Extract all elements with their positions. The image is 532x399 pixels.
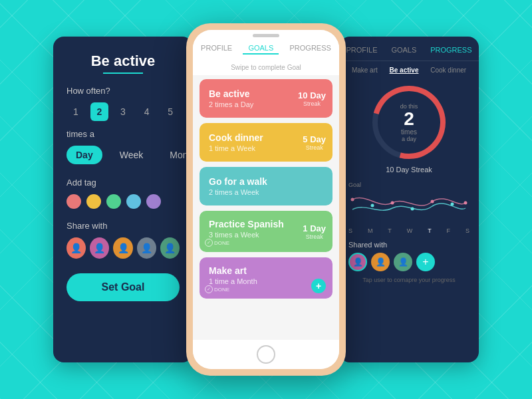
right-tab-profile[interactable]: PROFILE bbox=[346, 46, 377, 54]
add-tag-label: Add tag bbox=[66, 178, 180, 188]
goals-list: Be active 2 times a Day 10 DayStreak Coo… bbox=[193, 75, 339, 340]
tag-blue[interactable] bbox=[126, 194, 141, 209]
streak-label: 10 Day Streak bbox=[339, 163, 479, 179]
tag-red[interactable] bbox=[66, 194, 81, 209]
phone-tab-profile[interactable]: PROFILE bbox=[196, 43, 237, 55]
frequency-numbers: 1 2 3 4 5 bbox=[66, 102, 180, 121]
goal-streak-2: 5 DayStreak bbox=[303, 134, 326, 151]
right-tab-progress[interactable]: PROGRESS bbox=[430, 46, 471, 54]
done-badge-5: ✓ DONE bbox=[205, 285, 229, 293]
freq-3[interactable]: 3 bbox=[114, 102, 132, 121]
tag-green[interactable] bbox=[106, 194, 121, 209]
goal-nav-be-active[interactable]: Be active bbox=[390, 66, 419, 74]
right-avatar-1[interactable]: 👤 bbox=[348, 253, 367, 271]
svg-point-0 bbox=[351, 198, 354, 201]
progress-chart bbox=[348, 190, 469, 219]
svg-point-4 bbox=[371, 204, 374, 207]
swipe-hint: Swipe to complete Goal bbox=[193, 60, 339, 75]
title-underline bbox=[103, 72, 143, 74]
tap-hint: Tap user to comapre your progress bbox=[339, 275, 479, 285]
goal-card-walk[interactable]: Go for a walk 2 times a Week bbox=[200, 167, 332, 205]
goal-sub-3: 2 times a Week bbox=[209, 188, 323, 196]
left-avatars: 👤 👤 👤 👤 👤 bbox=[66, 237, 180, 259]
day-s2: S bbox=[466, 227, 469, 234]
goal-title-5: Make art bbox=[209, 265, 323, 276]
day-m: M bbox=[368, 227, 373, 234]
progress-ring-area: do this 2 times a day bbox=[339, 79, 479, 163]
day-s1: S bbox=[348, 227, 352, 234]
done-check-5: ✓ bbox=[205, 285, 213, 293]
phone-home-bar bbox=[193, 340, 339, 369]
ring-a-day-label: a day bbox=[400, 136, 418, 142]
day-labels: S M T W T F S bbox=[339, 226, 479, 239]
home-button[interactable] bbox=[257, 345, 275, 364]
done-check-4: ✓ bbox=[205, 239, 213, 247]
tag-yellow[interactable] bbox=[86, 194, 101, 209]
chart-goal-label: Goal bbox=[348, 182, 469, 188]
svg-point-5 bbox=[411, 207, 414, 211]
svg-point-1 bbox=[391, 201, 394, 205]
share-label: Share with bbox=[66, 221, 180, 231]
goal-card-make-art[interactable]: Make art 1 time a Month ✓ DONE + bbox=[200, 257, 332, 299]
freq-4[interactable]: 4 bbox=[138, 102, 156, 121]
tag-purple[interactable] bbox=[146, 194, 161, 209]
right-avatars: 👤 👤 👤 + bbox=[339, 253, 479, 275]
day-t1: T bbox=[388, 227, 392, 234]
svg-point-6 bbox=[451, 203, 454, 206]
phone-tabs: PROFILE GOALS PROGRESS bbox=[193, 39, 339, 60]
right-tab-goals[interactable]: GOALS bbox=[391, 46, 416, 54]
right-avatar-add[interactable]: + bbox=[416, 253, 435, 271]
shared-with-label: Shared with bbox=[339, 239, 479, 253]
times-label: times a bbox=[66, 129, 180, 139]
avatar-2[interactable]: 👤 bbox=[90, 237, 109, 259]
chart-area: Goal bbox=[339, 179, 479, 226]
freq-2[interactable]: 2 bbox=[90, 102, 109, 121]
tag-colors bbox=[66, 194, 180, 209]
day-t2: T bbox=[428, 227, 432, 234]
svg-point-2 bbox=[431, 200, 434, 203]
goal-card-be-active[interactable]: Be active 2 times a Day 10 DayStreak bbox=[200, 79, 332, 118]
progress-ring: do this 2 times a day bbox=[372, 86, 446, 159]
avatar-1[interactable]: 👤 bbox=[66, 237, 86, 259]
period-day-button[interactable]: Day bbox=[66, 146, 102, 164]
phone-device: PROFILE GOALS PROGRESS Swipe to complete… bbox=[186, 23, 346, 376]
day-f: F bbox=[447, 227, 451, 234]
phone-screen: PROFILE GOALS PROGRESS Swipe to complete… bbox=[193, 30, 339, 369]
right-avatar-3[interactable]: 👤 bbox=[394, 253, 412, 271]
goal-streak-1: 10 DayStreak bbox=[298, 90, 326, 107]
phone-tab-progress[interactable]: PROGRESS bbox=[285, 43, 336, 55]
right-avatar-2[interactable]: 👤 bbox=[371, 253, 390, 271]
day-w: W bbox=[407, 227, 413, 234]
phone-speaker bbox=[253, 34, 279, 37]
goal-title-3: Go for a walk bbox=[209, 176, 323, 187]
freq-5[interactable]: 5 bbox=[161, 102, 180, 121]
goal-plus-button[interactable]: + bbox=[311, 279, 326, 293]
left-panel-title: Be active bbox=[66, 53, 180, 70]
goal-streak-4: 1 DayStreak bbox=[303, 223, 326, 240]
phone-notch bbox=[193, 30, 339, 39]
done-badge-4: ✓ DONE bbox=[205, 239, 229, 247]
left-panel: Be active How often? 1 2 3 4 5 times a D… bbox=[53, 37, 193, 362]
avatar-5[interactable]: 👤 bbox=[160, 237, 180, 259]
avatar-4[interactable]: 👤 bbox=[137, 237, 156, 259]
how-often-label: How often? bbox=[66, 86, 180, 96]
ring-times-label: times bbox=[400, 128, 418, 136]
svg-point-3 bbox=[464, 201, 467, 205]
avatar-3[interactable]: 👤 bbox=[113, 237, 132, 259]
goal-nav-cook-dinner[interactable]: Cook dinner bbox=[430, 66, 466, 74]
ring-inner-content: do this 2 times a day bbox=[400, 103, 418, 142]
right-tabs: PROFILE GOALS PROGRESS bbox=[339, 37, 479, 61]
ring-number: 2 bbox=[400, 110, 418, 128]
period-buttons: Day Week Month bbox=[66, 146, 180, 164]
goal-nav: Make art Be active Cook dinner bbox=[339, 61, 479, 79]
set-goal-button[interactable]: Set Goal bbox=[66, 273, 180, 301]
freq-1[interactable]: 1 bbox=[66, 102, 85, 121]
goal-sub-5: 1 time a Month bbox=[209, 277, 323, 285]
goal-card-spanish[interactable]: Practice Spanish 3 times a Week 1 DayStr… bbox=[200, 211, 332, 252]
goal-nav-make-art[interactable]: Make art bbox=[352, 66, 378, 74]
phone-tab-goals[interactable]: GOALS bbox=[243, 43, 279, 55]
period-week-button[interactable]: Week bbox=[110, 146, 153, 164]
goal-card-cook-dinner[interactable]: Cook dinner 1 time a Week 5 DayStreak bbox=[200, 123, 332, 162]
right-panel: PROFILE GOALS PROGRESS Make art Be activ… bbox=[339, 37, 479, 362]
